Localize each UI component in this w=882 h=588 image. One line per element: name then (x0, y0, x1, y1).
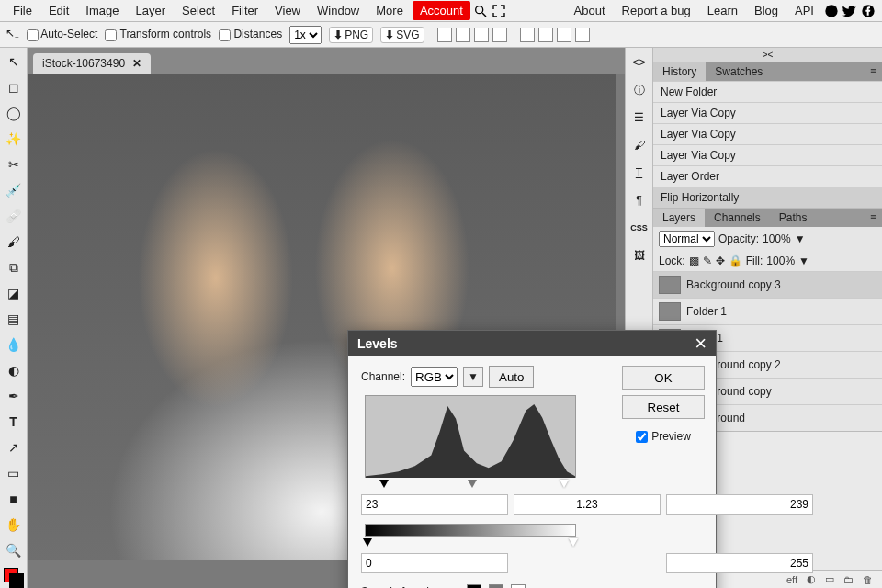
tool-rect-select[interactable]: ◻ (4, 77, 24, 97)
tool-shape-select[interactable]: ▭ (4, 463, 24, 483)
tool-zoom[interactable]: 🔍 (4, 540, 24, 560)
tool-eyedropper[interactable]: 💉 (4, 180, 24, 200)
out-black-handle[interactable] (363, 538, 372, 547)
menu-select[interactable]: Select (175, 1, 222, 20)
preview-checkbox[interactable]: Preview (622, 430, 705, 443)
collapse-panels-icon[interactable]: <> (630, 53, 649, 72)
lock-all-icon[interactable]: 🔒 (729, 254, 742, 267)
color-swatch[interactable] (4, 568, 24, 588)
tool-rect-shape[interactable]: ■ (4, 489, 24, 509)
dist-h-button[interactable] (520, 28, 535, 42)
menu-image[interactable]: Image (78, 1, 126, 20)
search-icon[interactable] (472, 3, 489, 19)
tool-hand[interactable]: ✋ (4, 514, 24, 535)
gamma-handle[interactable] (468, 480, 477, 488)
distances-checkbox[interactable]: Distances (219, 28, 282, 40)
menu-bug[interactable]: Report a bug (615, 1, 698, 20)
tool-brush[interactable]: 🖌 (4, 232, 24, 252)
dist-sp-button[interactable] (557, 28, 571, 42)
twitter-icon[interactable] (842, 3, 858, 19)
tool-dodge[interactable]: ◐ (4, 360, 24, 380)
white-point-handle[interactable] (560, 480, 569, 488)
menu-blog[interactable]: Blog (747, 1, 786, 20)
lock-position-icon[interactable]: ✥ (716, 254, 725, 267)
sample-gray-button[interactable] (489, 584, 503, 588)
tool-blur[interactable]: 💧 (4, 334, 24, 355)
layer-row[interactable]: Folder 1 (653, 298, 882, 324)
tab-swatches[interactable]: Swatches (706, 62, 772, 81)
reddit-icon[interactable] (823, 3, 840, 19)
auto-select-checkbox[interactable]: Auto-Select (27, 28, 98, 40)
dialog-titlebar[interactable]: Levels × (348, 331, 716, 356)
align-center-button[interactable] (456, 28, 470, 42)
layers-menu-icon[interactable]: ≡ (865, 209, 882, 227)
sample-black-button[interactable] (467, 584, 481, 588)
menu-about[interactable]: About (567, 1, 613, 20)
menu-api[interactable]: API (787, 1, 821, 20)
tool-move[interactable]: ↖ (4, 51, 24, 72)
menu-file[interactable]: File (6, 1, 40, 20)
gamma-input[interactable] (514, 494, 661, 514)
facebook-icon[interactable] (860, 3, 876, 19)
export-png-button[interactable]: ⬇PNG (329, 27, 373, 43)
black-point-input[interactable] (361, 494, 508, 514)
dist-more-button[interactable] (575, 28, 590, 42)
tool-eraser[interactable]: ◪ (4, 283, 24, 303)
status-trash-icon[interactable]: 🗑 (863, 574, 873, 585)
tab-channels[interactable]: Channels (705, 209, 770, 227)
export-scale-select[interactable]: 1x (289, 26, 322, 44)
channel-extra-button[interactable]: ▼ (463, 367, 483, 387)
css-icon[interactable]: CSS (630, 219, 649, 237)
menu-more[interactable]: More (368, 1, 411, 20)
menu-view[interactable]: View (267, 1, 308, 20)
transform-controls-checkbox[interactable]: Transform controls (105, 28, 211, 40)
brush-panel-icon[interactable]: 🖌 (630, 136, 649, 154)
tool-text[interactable]: T (4, 412, 24, 432)
input-slider[interactable] (361, 480, 703, 489)
history-item[interactable]: New Folder (653, 81, 882, 102)
tool-clone[interactable]: ⧉ (4, 257, 24, 277)
tab-layers[interactable]: Layers (653, 209, 705, 227)
menu-account[interactable]: Account (413, 1, 470, 20)
menu-filter[interactable]: Filter (224, 1, 266, 20)
blend-mode-select[interactable]: Normal (659, 231, 715, 247)
document-tab[interactable]: iStock-10673490 ✕ (33, 53, 151, 74)
channel-select[interactable]: RGB (411, 367, 458, 387)
menu-edit[interactable]: Edit (41, 1, 76, 20)
tab-paths[interactable]: Paths (770, 209, 817, 227)
fullscreen-icon[interactable] (491, 3, 507, 19)
status-folder-icon[interactable]: 🗀 (843, 574, 854, 585)
history-menu-icon[interactable]: ≡ (865, 62, 882, 81)
close-tab-button[interactable]: ✕ (132, 57, 141, 70)
out-black-input[interactable] (361, 553, 508, 573)
paragraph-icon[interactable]: ¶ (630, 191, 649, 209)
ok-button[interactable]: OK (622, 366, 705, 390)
layer-row[interactable]: Background copy 3 (653, 271, 882, 298)
fill-value[interactable]: 100% (766, 254, 795, 267)
menu-learn[interactable]: Learn (700, 1, 745, 20)
menu-window[interactable]: Window (310, 1, 367, 20)
auto-button[interactable]: Auto (489, 366, 534, 388)
info-icon[interactable]: ⓘ (630, 81, 649, 99)
align-top-button[interactable] (492, 28, 507, 42)
output-slider[interactable] (361, 538, 703, 548)
panel-collapse-button[interactable]: >< (653, 48, 882, 62)
sample-white-button[interactable] (511, 584, 526, 588)
tool-pen[interactable]: ✒ (4, 386, 24, 406)
history-item[interactable]: Layer Order (653, 165, 882, 187)
opacity-value[interactable]: 100% (763, 232, 791, 245)
out-white-input[interactable] (666, 553, 813, 573)
dist-v-button[interactable] (538, 28, 553, 42)
adjustments-icon[interactable]: ☰ (630, 108, 649, 127)
tool-wand[interactable]: ✨ (4, 129, 24, 149)
out-white-handle[interactable] (569, 538, 578, 547)
reset-button[interactable]: Reset (622, 395, 705, 419)
black-point-handle[interactable] (379, 480, 389, 488)
character-icon[interactable]: T (630, 164, 649, 182)
tool-gradient[interactable]: ▤ (4, 309, 24, 329)
history-item[interactable]: Layer Via Copy (653, 144, 882, 165)
status-contrast-icon[interactable]: ◐ (807, 573, 816, 585)
align-left-button[interactable] (437, 28, 452, 42)
menu-layer[interactable]: Layer (129, 1, 174, 20)
status-mask-icon[interactable]: ▭ (825, 573, 834, 585)
